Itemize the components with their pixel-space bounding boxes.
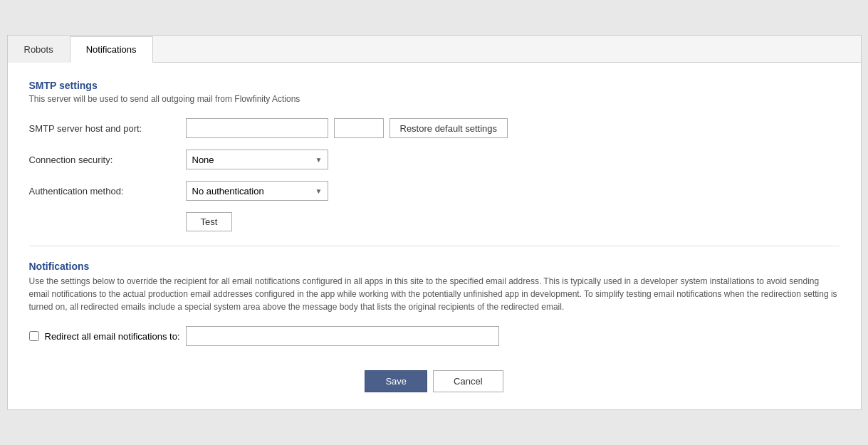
tab-bar: Robots Notifications bbox=[8, 36, 861, 63]
connection-security-select-wrap: None SSL/TLS STARTTLS ▼ bbox=[186, 150, 328, 169]
tab-robots[interactable]: Robots bbox=[8, 36, 70, 63]
smtp-host-row: SMTP server host and port: Restore defau… bbox=[29, 118, 840, 138]
notifications-title: Notifications bbox=[29, 261, 840, 272]
connection-security-label: Connection security: bbox=[29, 155, 186, 165]
test-button[interactable]: Test bbox=[186, 212, 233, 231]
restore-defaults-button[interactable]: Restore default settings bbox=[389, 118, 508, 138]
smtp-host-input[interactable] bbox=[186, 118, 328, 138]
auth-method-row: Authentication method: No authentication… bbox=[29, 181, 840, 201]
smtp-host-controls: Restore default settings bbox=[186, 118, 508, 138]
test-row: Test bbox=[29, 212, 840, 231]
main-content: SMTP settings This server will be used t… bbox=[8, 63, 861, 409]
smtp-desc: This server will be used to send all out… bbox=[29, 94, 840, 104]
tab-notifications[interactable]: Notifications bbox=[70, 36, 153, 63]
notifications-desc: Use the settings below to override the r… bbox=[29, 275, 840, 313]
redirect-row: Redirect all email notifications to: bbox=[29, 326, 840, 346]
auth-method-label: Authentication method: bbox=[29, 186, 186, 197]
auth-method-select[interactable]: No authentication Plain Login CRAM-MD5 bbox=[186, 181, 328, 201]
cancel-button[interactable]: Cancel bbox=[433, 370, 503, 392]
smtp-title: SMTP settings bbox=[29, 80, 840, 91]
smtp-port-input[interactable] bbox=[334, 118, 384, 138]
redirect-email-input[interactable] bbox=[186, 326, 499, 346]
notifications-section: Notifications Use the settings below to … bbox=[29, 261, 840, 346]
redirect-checkbox[interactable] bbox=[29, 331, 39, 341]
smtp-host-label: SMTP server host and port: bbox=[29, 123, 186, 134]
smtp-section: SMTP settings This server will be used t… bbox=[29, 80, 840, 231]
connection-security-select[interactable]: None SSL/TLS STARTTLS bbox=[186, 150, 328, 169]
auth-method-controls: No authentication Plain Login CRAM-MD5 ▼ bbox=[186, 181, 328, 201]
section-divider bbox=[29, 246, 840, 246]
redirect-label: Redirect all email notifications to: bbox=[45, 331, 180, 342]
connection-security-controls: None SSL/TLS STARTTLS ▼ bbox=[186, 150, 328, 169]
connection-security-row: Connection security: None SSL/TLS STARTT… bbox=[29, 150, 840, 169]
footer-buttons: Save Cancel bbox=[29, 363, 840, 392]
auth-method-select-wrap: No authentication Plain Login CRAM-MD5 ▼ bbox=[186, 181, 328, 201]
save-button[interactable]: Save bbox=[365, 370, 427, 392]
